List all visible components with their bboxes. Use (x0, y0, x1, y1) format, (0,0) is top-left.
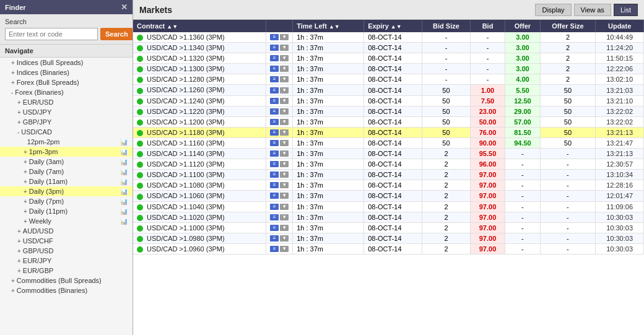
table-row[interactable]: USD/CAD >1.1280 (3PM) ≡ ▼ 1h : 37m 08-OC… (133, 74, 644, 85)
chart-icon[interactable]: ≡ (270, 172, 279, 178)
dropdown-icon[interactable]: ▼ (280, 246, 289, 252)
table-row[interactable]: USD/CAD >1.1120 (3PM) ≡ ▼ 1h : 37m 08-OC… (133, 159, 644, 170)
sidebar-item-usd-chf[interactable]: +USD/CHF (0, 236, 133, 246)
chart-icon[interactable]: ≡ (270, 235, 279, 241)
table-row[interactable]: USD/CAD >1.1260 (3PM) ≡ ▼ 1h : 37m 08-OC… (133, 85, 644, 95)
dropdown-icon[interactable]: ▼ (280, 87, 289, 94)
chart-icon[interactable]: ≡ (270, 55, 279, 61)
chart-icon[interactable]: ≡ (270, 150, 279, 157)
dropdown-icon[interactable]: ▼ (280, 235, 289, 241)
col-expiry[interactable]: Expiry ▲▼ (364, 20, 422, 32)
chart-icon[interactable]: ≡ (270, 246, 279, 252)
chart-icon[interactable]: ≡ (270, 119, 279, 125)
dropdown-icon[interactable]: ▼ (280, 150, 289, 157)
table-row[interactable]: USD/CAD >1.1020 (3PM) ≡ ▼ 1h : 37m 08-OC… (133, 212, 644, 222)
table-row[interactable]: USD/CAD >1.0980 (3PM) ≡ ▼ 1h : 37m 08-OC… (133, 233, 644, 243)
col-icons (266, 20, 293, 32)
display-button[interactable]: Display (535, 4, 571, 16)
dropdown-icon[interactable]: ▼ (280, 108, 289, 115)
chart-icon[interactable]: ≡ (270, 34, 279, 40)
sidebar-item-daily-7am[interactable]: +Daily (7am)📊 (0, 167, 133, 176)
sidebar-item-daily-7pm[interactable]: +Daily (7pm)📊 (0, 196, 133, 206)
viewas-button[interactable]: View as (574, 4, 611, 16)
dropdown-icon[interactable]: ▼ (280, 45, 289, 51)
table-row[interactable]: USD/CAD >1.1240 (3PM) ≡ ▼ 1h : 37m 08-OC… (133, 95, 644, 106)
sidebar-item-eur-gbp[interactable]: +EUR/GBP (0, 266, 133, 276)
table-row[interactable]: USD/CAD >1.0960 (3PM) ≡ ▼ 1h : 37m 08-OC… (133, 243, 644, 254)
sidebar-item-12pm-2pm[interactable]: 12pm-2pm📊 (0, 137, 133, 147)
sidebar-item-aud-usd[interactable]: +AUD/USD (0, 226, 133, 236)
chart-icon[interactable]: ≡ (270, 161, 279, 167)
sidebar-item-commodities-bull[interactable]: +Commodities (Bull Spreads) (0, 276, 133, 285)
chart-icon[interactable]: ≡ (270, 193, 279, 199)
search-button[interactable]: Search (100, 28, 133, 40)
sidebar-item-weekly[interactable]: +Weekly📊 (0, 216, 133, 226)
cell-icons: ≡ ▼ (266, 149, 293, 159)
chart-icon[interactable]: ≡ (270, 76, 279, 82)
sidebar-item-indices-bin[interactable]: +Indices (Binaries) (0, 67, 133, 77)
chart-icon[interactable]: ≡ (270, 129, 279, 136)
dropdown-icon[interactable]: ▼ (280, 140, 289, 146)
chart-icon[interactable]: ≡ (270, 98, 279, 104)
table-row[interactable]: USD/CAD >1.1200 (3PM) ≡ ▼ 1h : 37m 08-OC… (133, 116, 644, 127)
search-input[interactable] (5, 28, 98, 40)
sidebar-item-eur-usd[interactable]: +EUR/USD (0, 97, 133, 107)
sidebar-item-eur-jpy[interactable]: +EUR/JPY (0, 256, 133, 266)
table-row[interactable]: USD/CAD >1.1140 (3PM) ≡ ▼ 1h : 37m 08-OC… (133, 149, 644, 159)
chart-icon[interactable]: ≡ (270, 140, 279, 146)
chart-icon[interactable]: ≡ (270, 204, 279, 210)
table-row[interactable]: USD/CAD >1.1220 (3PM) ≡ ▼ 1h : 37m 08-OC… (133, 106, 644, 116)
table-row[interactable]: USD/CAD >1.1180 (3PM) ≡ ▼ 1h : 37m 08-OC… (133, 127, 644, 137)
dropdown-icon[interactable]: ▼ (280, 214, 289, 220)
table-row[interactable]: USD/CAD >1.1000 (3PM) ≡ ▼ 1h : 37m 08-OC… (133, 222, 644, 233)
sidebar-item-1pm-3pm[interactable]: +1pm-3pm📊 (0, 147, 133, 157)
table-row[interactable]: USD/CAD >1.1040 (3PM) ≡ ▼ 1h : 37m 08-OC… (133, 201, 644, 212)
dropdown-icon[interactable]: ▼ (280, 225, 289, 231)
dropdown-icon[interactable]: ▼ (280, 55, 289, 61)
col-time-left[interactable]: Time Left ▲▼ (293, 20, 364, 32)
dropdown-icon[interactable]: ▼ (280, 76, 289, 82)
contract-name: USD/CAD >1.1180 (3PM) (147, 129, 225, 136)
list-button[interactable]: List (614, 4, 638, 16)
sidebar-item-daily-3pm[interactable]: +Daily (3pm)📊 (0, 186, 133, 196)
nav-item-label: Daily (3am) (29, 158, 64, 165)
col-contract[interactable]: Contract ▲▼ (133, 20, 266, 32)
sidebar-item-daily-11am[interactable]: +Daily (11am)📊 (0, 176, 133, 186)
chart-icon[interactable]: ≡ (270, 182, 279, 188)
table-row[interactable]: USD/CAD >1.1080 (3PM) ≡ ▼ 1h : 37m 08-OC… (133, 180, 644, 191)
chart-icon[interactable]: ≡ (270, 45, 279, 51)
chart-icon[interactable]: ≡ (270, 225, 279, 231)
chart-icon[interactable]: ≡ (270, 214, 279, 220)
table-row[interactable]: USD/CAD >1.1340 (3PM) ≡ ▼ 1h : 37m 08-OC… (133, 43, 644, 53)
sidebar-item-forex-bin[interactable]: -Forex (Binaries) (0, 87, 133, 97)
table-row[interactable]: USD/CAD >1.1300 (3PM) ≡ ▼ 1h : 37m 08-OC… (133, 64, 644, 74)
table-row[interactable]: USD/CAD >1.1060 (3PM) ≡ ▼ 1h : 37m 08-OC… (133, 191, 644, 201)
sidebar-item-daily-11pm[interactable]: +Daily (11pm)📊 (0, 206, 133, 216)
dropdown-icon[interactable]: ▼ (280, 172, 289, 178)
table-row[interactable]: USD/CAD >1.1360 (3PM) ≡ ▼ 1h : 37m 08-OC… (133, 32, 644, 43)
sidebar-item-forex-bull[interactable]: +Forex (Bull Spreads) (0, 77, 133, 87)
dropdown-icon[interactable]: ▼ (280, 66, 289, 72)
sidebar-item-usd-cad[interactable]: -USD/CAD (0, 127, 133, 137)
sidebar-item-usd-jpy[interactable]: +USD/JPY (0, 107, 133, 117)
chart-icon[interactable]: ≡ (270, 66, 279, 72)
chart-icon[interactable]: ≡ (270, 87, 279, 94)
dropdown-icon[interactable]: ▼ (280, 182, 289, 188)
table-row[interactable]: USD/CAD >1.1160 (3PM) ≡ ▼ 1h : 37m 08-OC… (133, 137, 644, 148)
dropdown-icon[interactable]: ▼ (280, 98, 289, 104)
dropdown-icon[interactable]: ▼ (280, 119, 289, 125)
dropdown-icon[interactable]: ▼ (280, 161, 289, 167)
sidebar-item-gbp-jpy[interactable]: +GBP/JPY (0, 117, 133, 127)
dropdown-icon[interactable]: ▼ (280, 129, 289, 136)
close-button[interactable]: ✕ (121, 2, 128, 12)
dropdown-icon[interactable]: ▼ (280, 204, 289, 210)
sidebar-item-gbp-usd[interactable]: +GBP/USD (0, 246, 133, 256)
sidebar-item-daily-3am[interactable]: +Daily (3am)📊 (0, 157, 133, 167)
chart-icon[interactable]: ≡ (270, 108, 279, 115)
table-row[interactable]: USD/CAD >1.1100 (3PM) ≡ ▼ 1h : 37m 08-OC… (133, 170, 644, 180)
table-row[interactable]: USD/CAD >1.1320 (3PM) ≡ ▼ 1h : 37m 08-OC… (133, 53, 644, 64)
sidebar-item-indices-bull[interactable]: +Indices (Bull Spreads) (0, 58, 133, 67)
sidebar-item-commodities-bin[interactable]: +Commodities (Binaries) (0, 285, 133, 295)
dropdown-icon[interactable]: ▼ (280, 34, 289, 40)
dropdown-icon[interactable]: ▼ (280, 193, 289, 199)
